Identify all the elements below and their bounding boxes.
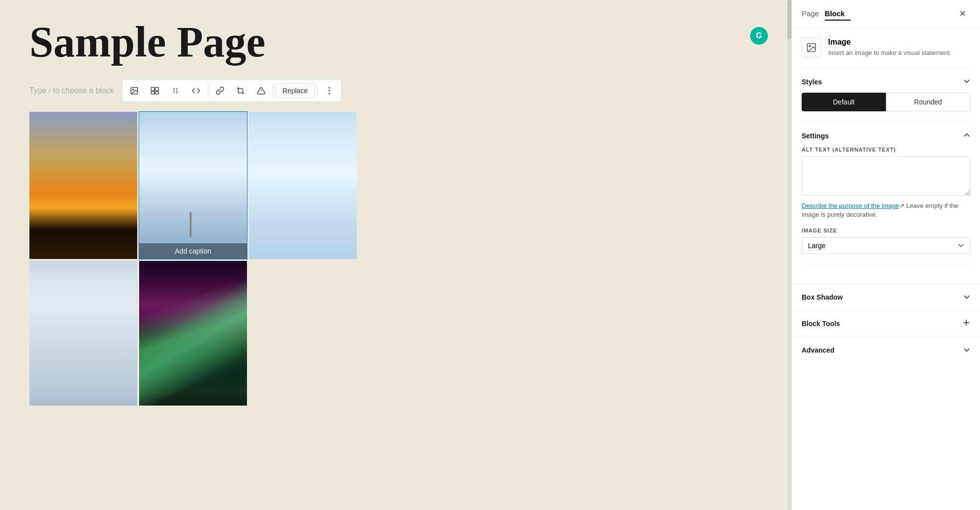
- panel-close-btn[interactable]: ✕: [955, 6, 970, 22]
- advanced-section: Advanced: [792, 337, 980, 363]
- block-tools-plus: [962, 319, 970, 329]
- main-content: Sample Page G Type / to choose a block: [0, 0, 787, 510]
- svg-point-14: [328, 87, 330, 89]
- tab-page[interactable]: Page: [802, 7, 825, 21]
- panel-header: Page Block ✕: [792, 0, 980, 28]
- svg-point-10: [173, 92, 174, 93]
- styles-toggle-icon: [963, 77, 970, 86]
- svg-point-6: [173, 88, 174, 89]
- box-shadow-section: Box Shadow: [792, 284, 980, 310]
- block-tools-header[interactable]: Block Tools: [802, 319, 970, 329]
- image-snowy-tree: [249, 112, 357, 259]
- right-panel: Page Block ✕ Image Insert an image to ma…: [791, 0, 980, 510]
- filter-btn[interactable]: [251, 81, 271, 101]
- box-shadow-chevron: [963, 292, 970, 303]
- styles-section: Styles Default Rounded: [802, 77, 970, 122]
- svg-rect-5: [155, 92, 158, 94]
- gallery-cell-aurora[interactable]: [139, 261, 247, 406]
- block-icon: [802, 38, 821, 57]
- block-info: Image Insert an image to make a visual s…: [802, 38, 970, 68]
- block-title: Image: [828, 38, 951, 47]
- caption-overlay[interactable]: Add caption: [139, 243, 247, 259]
- style-btn-default[interactable]: Default: [802, 93, 886, 111]
- image-icon-btn[interactable]: [124, 81, 144, 101]
- block-toolbar: Replace: [122, 79, 342, 102]
- block-info-text: Image Insert an image to make a visual s…: [828, 38, 951, 57]
- lamp-post-decoration: [190, 212, 192, 237]
- main-scrollbar[interactable]: [787, 0, 791, 510]
- svg-point-15: [328, 90, 330, 92]
- scroll-thumb: [787, 0, 791, 39]
- image-sunset: [29, 112, 137, 259]
- gallery-cell-snowy-tree[interactable]: [249, 112, 357, 259]
- style-btn-rounded[interactable]: Rounded: [886, 93, 970, 111]
- panel-main-content: Image Insert an image to make a visual s…: [792, 28, 980, 284]
- svg-point-9: [176, 90, 177, 91]
- svg-rect-2: [151, 88, 154, 91]
- box-shadow-header[interactable]: Box Shadow: [802, 292, 970, 303]
- block-toolbar-row: Type / to choose a block: [29, 79, 758, 102]
- svg-rect-4: [151, 92, 154, 94]
- image-snowy-path: [139, 112, 247, 259]
- image-snowy-forest: [29, 261, 137, 406]
- page-title: Sample Page: [29, 20, 758, 65]
- block-tools-section: Block Tools: [792, 310, 980, 337]
- settings-section: Settings ALT TEXT (ALTERNATIVE TEXT) Des…: [802, 131, 970, 264]
- crop-btn[interactable]: [231, 81, 250, 101]
- svg-rect-3: [155, 88, 158, 91]
- block-placeholder: Type / to choose a block: [29, 86, 114, 95]
- box-shadow-title: Box Shadow: [802, 293, 843, 301]
- code-editor-btn[interactable]: [186, 81, 206, 101]
- alt-text-input[interactable]: [802, 156, 970, 196]
- svg-point-7: [176, 88, 177, 89]
- replace-btn[interactable]: Replace: [275, 83, 315, 98]
- svg-point-16: [328, 93, 330, 95]
- drag-btn[interactable]: [166, 81, 185, 101]
- settings-section-header[interactable]: Settings: [802, 131, 970, 140]
- image-size-select[interactable]: Thumbnail Medium Large Full Size: [802, 237, 970, 254]
- block-tools-title: Block Tools: [802, 320, 840, 328]
- svg-point-11: [176, 92, 177, 93]
- toolbar-divider-3: [317, 84, 318, 98]
- gallery-cell-snowy-path[interactable]: Add caption: [139, 112, 247, 259]
- svg-point-18: [809, 45, 810, 47]
- gallery-cell-snowy-forest[interactable]: [29, 261, 137, 406]
- tab-block[interactable]: Block: [825, 7, 851, 21]
- link-btn[interactable]: [210, 81, 230, 101]
- image-size-label: IMAGE SIZE: [802, 228, 970, 233]
- gallery-grid: Add caption: [29, 112, 758, 406]
- alt-text-label: ALT TEXT (ALTERNATIVE TEXT): [802, 147, 970, 153]
- block-description: Insert an image to make a visual stateme…: [828, 49, 951, 57]
- avatar: G: [750, 27, 768, 45]
- advanced-header[interactable]: Advanced: [802, 345, 970, 356]
- alt-text-link[interactable]: Describe the purpose of the image: [802, 202, 899, 209]
- svg-point-1: [132, 89, 133, 90]
- svg-point-8: [173, 90, 174, 91]
- styles-section-title: Styles: [802, 78, 822, 86]
- advanced-chevron: [963, 345, 970, 356]
- toolbar-divider-1: [208, 84, 208, 98]
- alt-text-hint: Describe the purpose of the image↗ Leave…: [802, 202, 970, 219]
- settings-section-title: Settings: [802, 132, 829, 140]
- gallery-btn[interactable]: [145, 81, 165, 101]
- styles-section-header[interactable]: Styles: [802, 77, 970, 86]
- more-options-btn[interactable]: [319, 81, 339, 101]
- toolbar-divider-2: [273, 84, 273, 98]
- advanced-title: Advanced: [802, 346, 834, 354]
- style-buttons: Default Rounded: [802, 93, 970, 111]
- settings-toggle-icon: [963, 131, 970, 140]
- gallery-cell-sunset[interactable]: [29, 112, 137, 259]
- image-aurora: [139, 261, 247, 406]
- panel-scroll-area: Image Insert an image to make a visual s…: [792, 28, 980, 510]
